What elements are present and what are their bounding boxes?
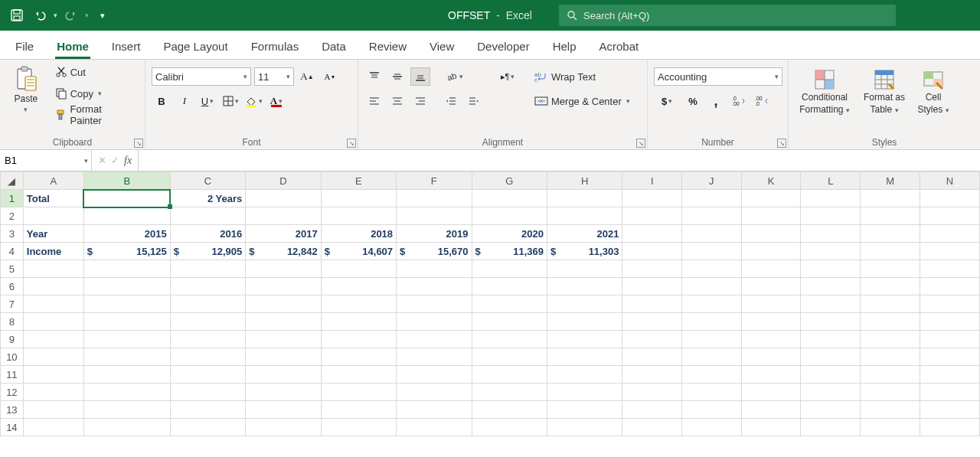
cell[interactable] (622, 366, 682, 384)
cell[interactable] (321, 278, 396, 295)
orientation-icon[interactable]: ab▾ (441, 67, 467, 86)
cell[interactable] (920, 348, 980, 366)
cell[interactable] (801, 366, 861, 384)
cell[interactable] (397, 295, 472, 313)
align-middle-icon[interactable] (387, 67, 407, 86)
cell[interactable] (321, 190, 396, 207)
cell[interactable] (83, 401, 170, 419)
cell[interactable] (547, 348, 622, 366)
text-direction-icon[interactable]: ▸¶▾ (495, 67, 521, 86)
cell[interactable] (547, 331, 622, 348)
cell[interactable] (741, 243, 801, 260)
cell[interactable] (170, 401, 245, 419)
conditional-formatting-button[interactable]: Conditional Formatting ▾ (795, 66, 854, 115)
cell[interactable] (23, 419, 83, 436)
cell[interactable] (682, 207, 742, 225)
col-header-G[interactable]: G (472, 172, 547, 190)
cell[interactable] (741, 384, 801, 401)
cell[interactable] (321, 366, 396, 384)
cell[interactable] (83, 384, 170, 401)
cell[interactable] (861, 207, 920, 225)
formula-input[interactable] (139, 150, 980, 171)
tab-formulas[interactable]: Formulas (250, 35, 301, 59)
row-header-9[interactable]: 9 (1, 331, 24, 348)
undo-button[interactable] (31, 6, 49, 24)
row-header-4[interactable]: 4 (1, 243, 24, 260)
cell-E4[interactable]: $14,607 (321, 243, 396, 260)
cell[interactable] (321, 348, 396, 366)
row-header-6[interactable]: 6 (1, 278, 24, 295)
cell[interactable] (547, 295, 622, 313)
cell[interactable] (246, 295, 321, 313)
row-header-5[interactable]: 5 (1, 260, 24, 278)
cell-G4[interactable]: $11,369 (472, 243, 547, 260)
col-header-F[interactable]: F (397, 172, 472, 190)
cell[interactable] (741, 295, 801, 313)
cell[interactable] (170, 384, 245, 401)
tab-acrobat[interactable]: Acrobat (598, 35, 641, 59)
cell[interactable] (547, 384, 622, 401)
cell[interactable] (861, 295, 920, 313)
cell[interactable] (920, 207, 980, 225)
cell-A1[interactable]: Total (23, 190, 83, 207)
cell[interactable] (472, 207, 547, 225)
cell[interactable] (741, 190, 801, 207)
cell[interactable] (83, 295, 170, 313)
col-header-E[interactable]: E (321, 172, 396, 190)
cell[interactable] (861, 260, 920, 278)
col-header-K[interactable]: K (741, 172, 801, 190)
merge-center-button[interactable]: Merge & Center▾ (531, 92, 633, 110)
row-header-11[interactable]: 11 (1, 366, 24, 384)
cell[interactable] (622, 260, 682, 278)
increase-indent-icon[interactable] (464, 92, 484, 110)
cell[interactable] (246, 190, 321, 207)
cell[interactable] (920, 313, 980, 331)
accounting-format-icon[interactable]: $▾ (654, 92, 680, 110)
cell-F3[interactable]: 2019 (397, 225, 472, 243)
cell[interactable] (23, 295, 83, 313)
cell[interactable] (741, 260, 801, 278)
spreadsheet-grid[interactable]: ◢ A B C D E F G H I J K L M N 1 Total 2 … (0, 171, 980, 457)
row-header-10[interactable]: 10 (1, 348, 24, 366)
format-painter-button[interactable]: Format Painter (52, 106, 139, 124)
cell[interactable] (246, 331, 321, 348)
select-all-corner[interactable]: ◢ (1, 172, 24, 190)
cell[interactable] (170, 313, 245, 331)
cell[interactable] (472, 384, 547, 401)
cell[interactable] (547, 419, 622, 436)
cell[interactable] (920, 401, 980, 419)
cell[interactable] (682, 401, 742, 419)
cell[interactable] (920, 419, 980, 436)
align-bottom-icon[interactable] (410, 67, 430, 86)
cell[interactable] (321, 207, 396, 225)
cell[interactable] (472, 366, 547, 384)
dialog-launcher-icon[interactable]: ↘ (347, 139, 356, 148)
cell[interactable] (547, 313, 622, 331)
tab-view[interactable]: View (428, 35, 456, 59)
cell[interactable] (682, 348, 742, 366)
cell[interactable] (801, 401, 861, 419)
cell[interactable] (397, 278, 472, 295)
cell[interactable] (741, 225, 801, 243)
cell[interactable] (682, 243, 742, 260)
cell-B3[interactable]: 2015 (83, 225, 170, 243)
row-header-7[interactable]: 7 (1, 295, 24, 313)
col-header-N[interactable]: N (920, 172, 980, 190)
increase-decimal-icon[interactable]: .0.00 (729, 92, 749, 110)
font-color-button[interactable]: A▾ (266, 92, 286, 110)
cell[interactable] (682, 366, 742, 384)
cell[interactable] (682, 295, 742, 313)
fx-icon[interactable]: fx (124, 155, 132, 167)
cell[interactable] (321, 260, 396, 278)
cell[interactable] (23, 278, 83, 295)
cut-button[interactable]: Cut (52, 63, 139, 81)
font-name-combo[interactable]: Calibri▾ (152, 67, 251, 86)
col-header-I[interactable]: I (622, 172, 682, 190)
cell[interactable] (321, 384, 396, 401)
cell[interactable] (83, 419, 170, 436)
cell[interactable] (397, 190, 472, 207)
col-header-A[interactable]: A (23, 172, 83, 190)
cell[interactable] (246, 348, 321, 366)
qat-customize-icon[interactable]: ▾ (93, 6, 112, 24)
cell[interactable] (801, 225, 861, 243)
